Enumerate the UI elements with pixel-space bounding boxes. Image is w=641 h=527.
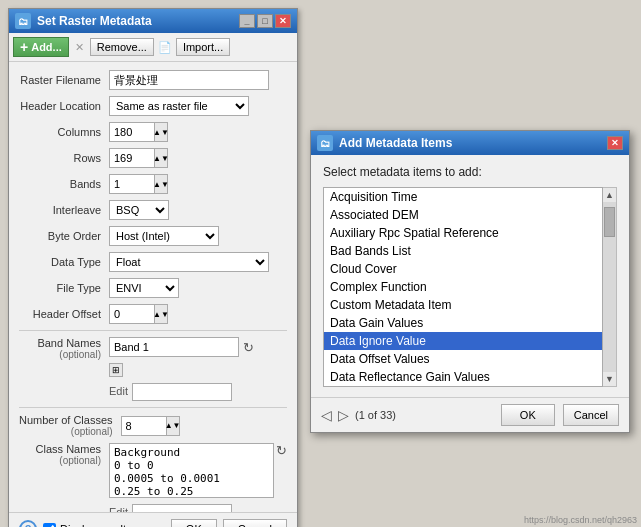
toolbar: + Add... ✕ Remove... 📄 Import... bbox=[9, 33, 297, 62]
remove-label: Remove... bbox=[97, 41, 147, 53]
columns-input[interactable] bbox=[109, 122, 154, 142]
band-names-edit-input[interactable] bbox=[132, 383, 232, 401]
band-names-sublabel: (optional) bbox=[19, 349, 101, 360]
page-prev-icon[interactable]: ◁ bbox=[321, 407, 332, 423]
main-title-bar: 🗂 Set Raster Metadata _ □ ✕ bbox=[9, 9, 297, 33]
add-dialog-title: Add Metadata Items bbox=[339, 136, 452, 150]
bands-input[interactable] bbox=[109, 174, 154, 194]
metadata-list[interactable]: Acquisition Time Associated DEM Auxiliar… bbox=[323, 187, 603, 387]
add-dialog-instruction: Select metadata items to add: bbox=[323, 165, 617, 179]
display-result-label: Display result bbox=[43, 523, 126, 528]
list-item[interactable]: Complex Function bbox=[324, 278, 602, 296]
add-button[interactable]: + Add... bbox=[13, 37, 69, 57]
display-result-checkbox[interactable] bbox=[43, 523, 56, 528]
bands-spinner[interactable]: ▲▼ bbox=[154, 174, 168, 194]
title-controls: _ □ ✕ bbox=[239, 14, 291, 28]
header-location-row: Header Location Same as raster file bbox=[19, 96, 287, 116]
raster-filename-label: Raster Filename bbox=[19, 74, 109, 86]
page-next-icon[interactable]: ▷ bbox=[338, 407, 349, 423]
list-item[interactable]: Custom Metadata Item bbox=[324, 296, 602, 314]
add-close-button[interactable]: ✕ bbox=[607, 136, 623, 150]
header-location-select[interactable]: Same as raster file bbox=[109, 96, 249, 116]
add-label: Add... bbox=[31, 41, 62, 53]
header-offset-label: Header Offset bbox=[19, 308, 109, 320]
band-names-control: ↻ ⊞ Edit bbox=[109, 337, 287, 401]
class-names-edit-input[interactable] bbox=[132, 504, 232, 512]
num-classes-input[interactable] bbox=[121, 416, 166, 436]
data-type-row: Data Type Float bbox=[19, 252, 287, 272]
num-classes-label: Number of Classes (optional) bbox=[19, 414, 121, 437]
byte-order-select[interactable]: Host (Intel) bbox=[109, 226, 219, 246]
import-button[interactable]: Import... bbox=[176, 38, 230, 56]
scroll-up-arrow[interactable]: ▲ bbox=[603, 188, 616, 202]
maximize-button[interactable]: □ bbox=[257, 14, 273, 28]
import-label: Import... bbox=[183, 41, 223, 53]
list-item[interactable]: Bad Bands List bbox=[324, 242, 602, 260]
close-button[interactable]: ✕ bbox=[275, 14, 291, 28]
footer-left: ◁ ▷ (1 of 33) bbox=[321, 407, 396, 423]
list-item[interactable]: Data Reflectance Gain Values bbox=[324, 368, 602, 386]
scroll-down-arrow[interactable]: ▼ bbox=[603, 372, 616, 386]
header-offset-input[interactable] bbox=[109, 304, 154, 324]
class-names-refresh-icon[interactable]: ↻ bbox=[276, 443, 287, 458]
list-item[interactable]: Associated DEM bbox=[324, 206, 602, 224]
bottom-right: OK Cancel bbox=[171, 519, 287, 527]
rows-label: Rows bbox=[19, 152, 109, 164]
rows-spinner[interactable]: ▲▼ bbox=[154, 148, 168, 168]
help-button[interactable]: ? bbox=[19, 520, 37, 527]
rows-row: Rows ▲▼ bbox=[19, 148, 287, 168]
list-item[interactable]: Auxiliary Rpc Spatial Reference bbox=[324, 224, 602, 242]
header-offset-row: Header Offset ▲▼ bbox=[19, 304, 287, 324]
add-title-bar-left: 🗂 Add Metadata Items bbox=[317, 135, 452, 151]
metadata-list-wrapper: Acquisition Time Associated DEM Auxiliar… bbox=[323, 187, 617, 387]
list-item-selected[interactable]: Data Ignore Value bbox=[324, 332, 602, 350]
remove-button[interactable]: Remove... bbox=[90, 38, 154, 56]
file-type-control: ENVI bbox=[109, 278, 287, 298]
add-cancel-button[interactable]: Cancel bbox=[563, 404, 619, 426]
scroll-thumb bbox=[604, 207, 615, 237]
list-item[interactable]: Acquisition Time bbox=[324, 188, 602, 206]
class-names-edit-label: Edit bbox=[109, 506, 128, 512]
header-offset-spinner[interactable]: ▲▼ bbox=[154, 304, 168, 324]
data-type-select[interactable]: Float bbox=[109, 252, 269, 272]
band-names-text: Band Names bbox=[19, 337, 101, 349]
class-names-label: Class Names (optional) bbox=[19, 443, 109, 466]
form-content: Raster Filename Header Location Same as … bbox=[9, 62, 297, 512]
minimize-button[interactable]: _ bbox=[239, 14, 255, 28]
interleave-select[interactable]: BSQ bbox=[109, 200, 169, 220]
class-names-textarea[interactable]: Background 0 to 0 0.0005 to 0.0001 0.25 … bbox=[109, 443, 274, 498]
watermark: https://blog.csdn.net/qh2963 bbox=[524, 515, 637, 525]
file-type-label: File Type bbox=[19, 282, 109, 294]
num-classes-spinner[interactable]: ▲▼ bbox=[166, 416, 180, 436]
columns-spinner[interactable]: ▲▼ bbox=[154, 122, 168, 142]
num-classes-row: Number of Classes (optional) ▲▼ bbox=[19, 414, 287, 437]
columns-row: Columns ▲▼ bbox=[19, 122, 287, 142]
band-names-down-btn[interactable]: ⊞ bbox=[109, 363, 123, 377]
band-names-input[interactable] bbox=[109, 337, 239, 357]
raster-filename-input[interactable] bbox=[109, 70, 269, 90]
list-scrollbar[interactable]: ▲ ▼ bbox=[603, 187, 617, 387]
raster-filename-control bbox=[109, 70, 287, 90]
class-names-control: Background 0 to 0 0.0005 to 0.0001 0.25 … bbox=[109, 443, 287, 512]
footer-right: OK Cancel bbox=[501, 404, 619, 426]
list-item[interactable]: Cloud Cover bbox=[324, 260, 602, 278]
data-type-label: Data Type bbox=[19, 256, 109, 268]
scroll-track[interactable] bbox=[603, 202, 616, 372]
ok-button[interactable]: OK bbox=[171, 519, 217, 527]
byte-order-label: Byte Order bbox=[19, 230, 109, 242]
band-names-refresh-icon[interactable]: ↻ bbox=[243, 340, 254, 355]
list-item[interactable]: Data Offset Values bbox=[324, 350, 602, 368]
cancel-button[interactable]: Cancel bbox=[223, 519, 287, 527]
list-item[interactable]: Data Reflectance Offset Values bbox=[324, 386, 602, 387]
band-names-edit-label: Edit bbox=[109, 385, 128, 401]
add-ok-button[interactable]: OK bbox=[501, 404, 555, 426]
rows-control: ▲▼ bbox=[109, 148, 287, 168]
list-item[interactable]: Data Gain Values bbox=[324, 314, 602, 332]
rows-input[interactable] bbox=[109, 148, 154, 168]
pagination-text: (1 of 33) bbox=[355, 409, 396, 421]
add-dialog-content: Select metadata items to add: Acquisitio… bbox=[311, 155, 629, 397]
file-type-select[interactable]: ENVI bbox=[109, 278, 179, 298]
add-dialog-title-bar: 🗂 Add Metadata Items ✕ bbox=[311, 131, 629, 155]
byte-order-row: Byte Order Host (Intel) bbox=[19, 226, 287, 246]
bands-control: ▲▼ bbox=[109, 174, 287, 194]
